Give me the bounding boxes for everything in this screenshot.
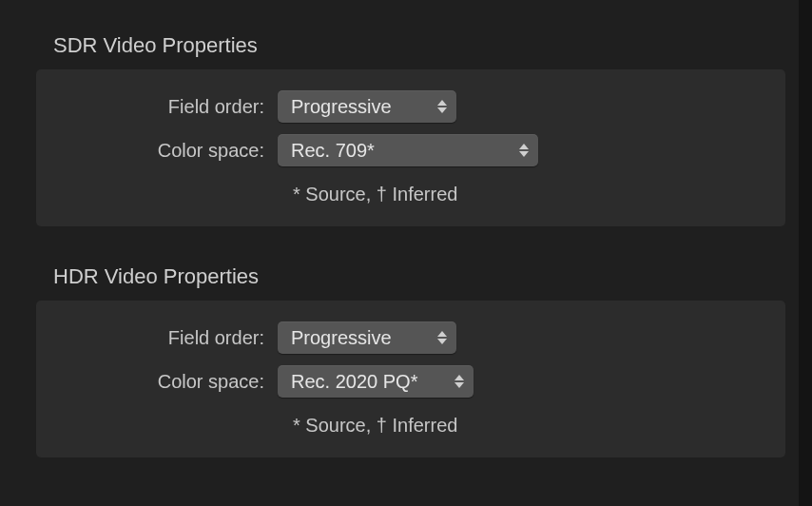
sdr-field-order-value: Progressive (291, 96, 392, 118)
sdr-field-order-label: Field order: (59, 96, 278, 118)
sdr-video-properties-section: SDR Video Properties Field order: Progre… (36, 33, 785, 226)
updown-icon (437, 100, 447, 113)
hdr-color-space-value: Rec. 2020 PQ* (291, 371, 417, 393)
hdr-field-order-row: Field order: Progressive (59, 321, 763, 354)
hdr-color-space-select[interactable]: Rec. 2020 PQ* (278, 365, 474, 398)
sdr-field-order-row: Field order: Progressive (59, 90, 763, 123)
sdr-color-space-value: Rec. 709* (291, 140, 375, 162)
hdr-field-order-select[interactable]: Progressive (278, 321, 456, 354)
sdr-panel: Field order: Progressive Color space: Re… (36, 69, 785, 226)
sdr-color-space-label: Color space: (59, 140, 278, 162)
hdr-field-order-value: Progressive (291, 327, 392, 349)
sdr-color-space-select[interactable]: Rec. 709* (278, 134, 538, 166)
sdr-field-order-select[interactable]: Progressive (278, 90, 456, 123)
hdr-field-order-label: Field order: (59, 327, 278, 349)
hdr-video-properties-section: HDR Video Properties Field order: Progre… (36, 264, 785, 457)
hdr-color-space-row: Color space: Rec. 2020 PQ* (59, 365, 763, 398)
updown-icon (519, 144, 529, 157)
hdr-panel: Field order: Progressive Color space: Re… (36, 301, 785, 457)
hdr-section-title: HDR Video Properties (53, 264, 785, 289)
updown-icon (437, 331, 447, 344)
updown-icon (454, 375, 464, 388)
sdr-color-space-row: Color space: Rec. 709* (59, 134, 763, 166)
sdr-legend-note: * Source, † Inferred (59, 184, 763, 205)
hdr-legend-note: * Source, † Inferred (59, 415, 763, 437)
right-panel-divider (799, 0, 812, 506)
sdr-section-title: SDR Video Properties (53, 33, 785, 58)
hdr-color-space-label: Color space: (59, 371, 278, 393)
